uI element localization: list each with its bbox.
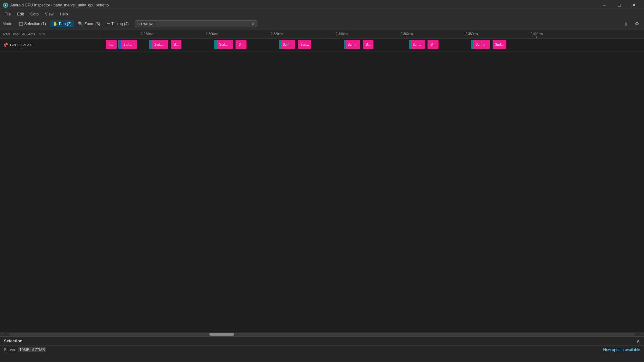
ruler-line xyxy=(472,36,472,38)
scroll-right-button[interactable]: › xyxy=(639,332,644,337)
ruler-tick: 2,360ms xyxy=(400,32,413,38)
pan-icon: ✋ xyxy=(53,21,58,26)
menu-edit[interactable]: Edit xyxy=(14,10,27,18)
info-button[interactable]: ℹ xyxy=(621,19,630,28)
menu-bar: File Edit Goto View Help xyxy=(0,10,644,18)
menu-help[interactable]: Help xyxy=(57,10,71,18)
search-clear-button[interactable]: ✕ xyxy=(251,21,255,26)
gpu-block-label: Surf... xyxy=(495,43,505,46)
maximize-button[interactable]: □ xyxy=(612,0,627,10)
ruler-tick: 2,400ms xyxy=(530,32,543,38)
mode-timing-button[interactable]: ⊢ Timing (4) xyxy=(104,20,131,27)
ruler-tick: 2,380ms xyxy=(466,32,478,38)
window-title: Android GPU Inspector - baby_marvel_unit… xyxy=(10,3,597,7)
scrollbar-thumb[interactable] xyxy=(209,333,235,336)
toolbar: Mode: ⬚ Selection (1) ✋ Pan (2) 🔍 Zoom (… xyxy=(0,18,644,30)
gpu-block[interactable] xyxy=(118,40,121,49)
window-controls: − □ ✕ xyxy=(597,0,641,10)
ruler-line xyxy=(147,36,147,38)
scale-indicator: 4ms xyxy=(39,32,45,36)
scrollbar-track[interactable] xyxy=(9,333,635,336)
ruler-label: 2,380ms xyxy=(466,32,478,36)
gpu-block-label: S... xyxy=(173,43,179,46)
mode-pan-label: Pan (2) xyxy=(59,22,72,26)
gpu-block-label: Surf.... xyxy=(475,43,485,46)
gpu-block[interactable]: S... xyxy=(171,40,182,49)
ruler-line xyxy=(407,36,407,38)
timeline-empty-area xyxy=(0,51,644,332)
menu-file[interactable]: File xyxy=(1,10,14,18)
mode-selection-label: Selection (1) xyxy=(24,22,46,26)
title-bar: Android GPU Inspector - baby_marvel_unit… xyxy=(0,0,644,10)
horizontal-scrollbar: ‹ › xyxy=(0,332,644,336)
gpu-block-label: S... xyxy=(430,43,436,46)
scroll-left-button[interactable]: ‹ xyxy=(0,332,5,337)
mode-zoom-button[interactable]: 🔍 Zoom (3) xyxy=(75,20,103,27)
menu-view[interactable]: View xyxy=(42,10,57,18)
gpu-block[interactable]: S... xyxy=(428,40,438,49)
track-label-gpu-queue-0: 📌 GPU Queue 0 xyxy=(0,39,103,51)
minimize-button[interactable]: − xyxy=(597,0,612,10)
gpu-queue-0-row: 📌 GPU Queue 0 f...Surf...Surf...S...Surf… xyxy=(0,39,644,51)
gpu-block[interactable]: Surf... xyxy=(344,40,360,49)
gpu-block[interactable]: Surf.... xyxy=(471,40,490,49)
svg-point-2 xyxy=(5,5,6,6)
server-info: Server: 10MB of 77MB xyxy=(4,348,46,352)
collapse-button[interactable]: ∧ xyxy=(636,338,640,344)
ruler-tick: 2,340ms xyxy=(336,32,348,38)
search-input[interactable] xyxy=(141,22,251,26)
gpu-block[interactable] xyxy=(409,40,411,49)
mode-zoom-label: Zoom (3) xyxy=(84,22,100,26)
selection-icon: ⬚ xyxy=(19,21,23,26)
pin-icon: 📌 xyxy=(3,42,8,48)
mode-selection-button[interactable]: ⬚ Selection (1) xyxy=(16,20,48,27)
bottom-panel-content: Server: 10MB of 77MB New update availabl… xyxy=(0,346,644,354)
total-time-label: Total Time: 5s034ms xyxy=(3,32,35,36)
track-content-gpu-queue-0[interactable]: f...Surf...Surf...S...Surf...S...Surf...… xyxy=(103,39,644,51)
gpu-block[interactable] xyxy=(471,40,473,49)
bottom-panel-title: Selection xyxy=(4,339,23,343)
menu-goto[interactable]: Goto xyxy=(27,10,42,18)
gpu-block[interactable]: Surf... xyxy=(279,40,295,49)
gpu-block[interactable] xyxy=(149,40,152,49)
ruler-label: 2,360ms xyxy=(400,32,413,36)
gpu-block[interactable] xyxy=(214,40,216,49)
gpu-block-label: f... xyxy=(109,43,114,46)
search-icon: ⌕ xyxy=(137,21,140,26)
update-link[interactable]: New update available xyxy=(603,348,640,352)
gpu-block-label: S... xyxy=(365,43,371,46)
gpu-block[interactable]: Surf... xyxy=(118,40,137,49)
ruler-label: 2,280ms xyxy=(141,32,153,36)
ruler-tick: 2,280ms xyxy=(141,32,153,38)
timeline-left-panel: Total Time: 5s034ms 4ms xyxy=(0,30,103,38)
ruler-label: 2,340ms xyxy=(336,32,348,36)
gpu-block[interactable] xyxy=(279,40,281,49)
server-value: 10MB of 77MB xyxy=(18,347,46,352)
gpu-block[interactable] xyxy=(344,40,346,49)
toolbar-right: ℹ ⚙ xyxy=(621,19,641,28)
gpu-block[interactable]: f... xyxy=(106,40,117,49)
gpu-block-label: Surf... xyxy=(300,43,310,46)
mode-pan-button[interactable]: ✋ Pan (2) xyxy=(50,20,74,27)
gpu-block-label: Surf... xyxy=(123,43,133,46)
ruler-label: 2,300ms xyxy=(206,32,218,36)
gpu-block-label: Surf... xyxy=(412,43,422,46)
gpu-block[interactable]: Surf... xyxy=(493,40,506,49)
gpu-block-label: Surf... xyxy=(282,43,292,46)
ruler-label: 2,400ms xyxy=(530,32,543,36)
gpu-block[interactable]: Surf... xyxy=(298,40,311,49)
timing-icon: ⊢ xyxy=(107,21,110,26)
gpu-blocks-container: f...Surf...Surf...S...Surf...S...Surf...… xyxy=(103,40,644,50)
ruler-tick: 2,300ms xyxy=(206,32,218,38)
gpu-block[interactable]: S... xyxy=(363,40,374,49)
close-button[interactable]: ✕ xyxy=(627,0,641,10)
settings-button[interactable]: ⚙ xyxy=(632,19,641,28)
gpu-block[interactable]: Surf... xyxy=(149,40,168,49)
gpu-block[interactable]: Surf... xyxy=(409,40,425,49)
gpu-block[interactable]: S... xyxy=(235,40,246,49)
timeline-header: Total Time: 5s034ms 4ms 2,280ms2,300ms2,… xyxy=(0,30,644,39)
main-area: 📌 GPU Queue 0 f...Surf...Surf...S...Surf… xyxy=(0,39,644,332)
gpu-block[interactable]: Surf... xyxy=(214,40,233,49)
ruler-line xyxy=(342,36,342,38)
gpu-block-label: S... xyxy=(238,43,244,46)
